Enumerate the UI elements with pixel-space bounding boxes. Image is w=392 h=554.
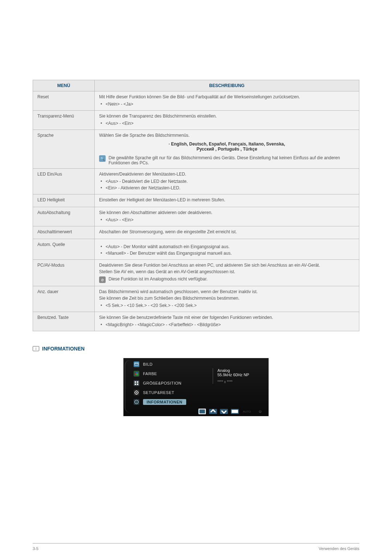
table-row: PC/AV-ModusDeaktivieren Sie diese Funkti… [33, 260, 359, 286]
table-header-menu: MENÜ [33, 80, 95, 91]
table-header-desc: BESCHREIBUNG [95, 80, 359, 91]
svg-rect-5 [135, 381, 136, 383]
desc-text: Sie können die Transparenz des Bildschir… [99, 114, 355, 119]
language-list: · English, Deutsch, Español, Français, I… [99, 141, 355, 152]
osd-btn-auto: AUTO [242, 409, 252, 414]
bullet-item: <Aus> - Deaktiviert die LED der Netztast… [100, 178, 355, 185]
osd-btn-3 [220, 409, 228, 414]
desc-text: Sie können Sie die benutzerdefinierte Ta… [99, 315, 355, 320]
section-header-informationen: i INFORMATIONEN [33, 346, 359, 352]
row-label: LED Helligkeit [33, 194, 95, 207]
row-label: Autom. Quelle [33, 239, 95, 260]
osd-item-icon [134, 361, 139, 367]
info-icon: i [33, 346, 39, 351]
table-row: Benutzed. TasteSie können Sie die benutz… [33, 312, 359, 331]
row-description: Aktivieren/Deaktivieren der Menütasten-L… [95, 169, 359, 194]
row-description: Mit Hilfe dieser Funktion können Sie die… [95, 91, 359, 111]
row-description: <Auto> - Der Monitor wählt automatisch e… [95, 239, 359, 260]
osd-bottom-bar: AUTO ⏻ [123, 407, 269, 416]
osd-menu-item: BILD [123, 360, 269, 369]
table-row: LED Ein/AusAktivieren/Deaktivieren der M… [33, 169, 359, 194]
desc-text: Deaktivieren Sie diese Funktion bei Ansc… [99, 263, 355, 268]
osd-btn-1 [198, 409, 206, 414]
desc-text: Sie können die Zeit bis zum Schließen de… [99, 296, 355, 301]
row-label: Sprache [33, 130, 95, 169]
table-row: Transparenz-MenüSie können die Transpare… [33, 111, 359, 130]
osd-info-panel: Analog 55.9kHz 60Hz NP **** x **** [213, 368, 264, 384]
row-label: Reset [33, 91, 95, 111]
bullet-list: <Nein> - <Ja> [99, 101, 355, 107]
osd-info-res: **** x **** [217, 380, 264, 384]
svg-rect-6 [137, 381, 138, 383]
settings-table: MENÜ BESCHREIBUNG ResetMit Hilfe dieser … [33, 80, 359, 331]
osd-item-label: FARBE [143, 372, 157, 376]
svg-rect-0 [135, 363, 138, 365]
bullet-item: <5 Sek.> - <10 Sek.> - <20 Sek.> - <200 … [100, 302, 355, 309]
table-row: Anz. dauerDas Bildschirmmenü wird automa… [33, 286, 359, 312]
note-row: 🔍Die gewählte Sprache gilt nur für das B… [99, 155, 355, 165]
note-row: ⊘Diese Funktion ist im Analogmodus nicht… [99, 276, 355, 283]
osd-info-freq: 55.9kHz 60Hz NP [217, 373, 264, 377]
osd-btn-2 [209, 409, 217, 414]
row-description: Wählen Sie die Sprache des Bildschirmmen… [95, 130, 359, 169]
page-footer: 3-5 Verwenden des Geräts [33, 543, 359, 551]
note-text: Diese Funktion ist im Analogmodus nicht … [109, 276, 208, 282]
row-label: Benutzed. Taste [33, 312, 95, 331]
row-label: Abschalttimerwert [33, 226, 95, 239]
osd-btn-power: ⏻ [255, 409, 265, 414]
row-label: Transparenz-Menü [33, 111, 95, 130]
osd-info-mode: Analog [217, 368, 264, 373]
table-row: AutoAbschaltungSie können den Abschaltti… [33, 207, 359, 226]
footer-page-number: 3-5 [33, 546, 38, 551]
osd-btn-4 [231, 409, 239, 414]
osd-item-icon: i [134, 399, 139, 405]
osd-menu-screenshot: Analog 55.9kHz 60Hz NP **** x **** BILDF… [123, 358, 269, 416]
osd-item-icon [134, 390, 139, 395]
svg-rect-17 [199, 409, 205, 414]
osd-item-label: SETUP&RESET [143, 390, 174, 395]
row-label: LED Ein/Aus [33, 169, 95, 194]
table-row: Autom. Quelle<Auto> - Der Monitor wählt … [33, 239, 359, 260]
bullet-item: <Aus> - <Ein> [100, 120, 355, 127]
svg-rect-8 [137, 383, 138, 385]
row-label: AutoAbschaltung [33, 207, 95, 226]
osd-menu-item: SETUP&RESET [123, 388, 269, 397]
osd-item-label: INFORMATIONEN [143, 399, 186, 405]
row-description: Einstellen der Helligkeit der Menütasten… [95, 194, 359, 207]
bullet-item: <Nein> - <Ja> [100, 101, 355, 107]
bullet-item: <Ein> - Aktivieren der Netztasten-LED. [100, 185, 355, 191]
info-icon: 🔍 [99, 155, 106, 162]
svg-text:i: i [136, 401, 137, 404]
bullet-item: <Aus> - <Ein> [100, 217, 355, 223]
row-description: Sie können die Transparenz des Bildschir… [95, 111, 359, 130]
bullet-list: <Aus> - <Ein> [99, 217, 355, 223]
row-description: Sie können Sie die benutzerdefinierte Ta… [95, 312, 359, 331]
desc-text: Wählen Sie die Sprache des Bildschirmmen… [99, 133, 355, 138]
osd-item-label: BILD [143, 362, 152, 366]
osd-menu-item: iINFORMATIONEN [123, 397, 269, 407]
table-row: ResetMit Hilfe dieser Funktion können Si… [33, 91, 359, 111]
forbidden-icon: ⊘ [99, 276, 106, 283]
bullet-list: <Aus> - Deaktiviert die LED der Netztast… [99, 178, 355, 191]
row-description: Sie können den Abschalttimer aktivieren … [95, 207, 359, 226]
bullet-list: <Auto> - Der Monitor wählt automatisch e… [99, 243, 355, 257]
table-row: AbschalttimerwertAbschalten der Stromver… [33, 226, 359, 239]
svg-point-4 [136, 373, 138, 376]
osd-item-icon [134, 380, 139, 386]
desc-text: Sie können den Abschalttimer aktivieren … [99, 210, 355, 215]
row-label: PC/AV-Modus [33, 260, 95, 286]
row-description: Deaktivieren Sie diese Funktion bei Ansc… [95, 260, 359, 286]
desc-text: Stellen Sie AV ein, wenn das Gerät an ei… [99, 269, 355, 274]
desc-text: Einstellen der Helligkeit der Menütasten… [99, 197, 355, 202]
desc-text: Das Bildschirmmenü wird automatisch gesc… [99, 289, 355, 294]
desc-text: Mit Hilfe dieser Funktion können Sie die… [99, 94, 355, 99]
desc-text: Aktivieren/Deaktivieren der Menütasten-L… [99, 172, 355, 177]
bullet-list: <Aus> - <Ein> [99, 120, 355, 127]
table-row: LED HelligkeitEinstellen der Helligkeit … [33, 194, 359, 207]
footer-section-title: Verwenden des Geräts [319, 546, 359, 551]
note-text: Die gewählte Sprache gilt nur für das Bi… [109, 155, 355, 165]
row-description: Das Bildschirmmenü wird automatisch gesc… [95, 286, 359, 312]
bullet-item: <Manuell> - Der Benutzer wählt das Einga… [100, 250, 355, 257]
bullet-list: <MagicBright> - <MagicColor> - <Farbeffe… [99, 321, 355, 328]
bullet-list: <5 Sek.> - <10 Sek.> - <20 Sek.> - <200 … [99, 302, 355, 309]
